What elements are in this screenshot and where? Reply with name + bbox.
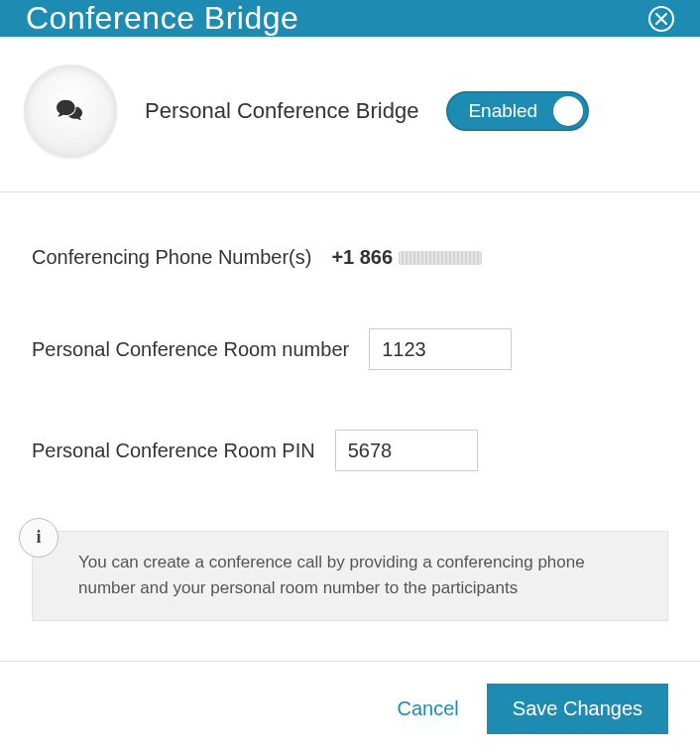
chat-bubbles-icon <box>56 98 85 124</box>
toggle-label: Enabled <box>468 100 537 122</box>
conference-bridge-dialog: Conference Bridge Personal Conference Br… <box>0 0 700 754</box>
dialog-title: Conference Bridge <box>26 0 298 37</box>
room-number-input[interactable] <box>369 328 512 370</box>
info-text: You can create a conference call by prov… <box>78 553 585 597</box>
dialog-footer: Cancel Save Changes <box>0 661 700 754</box>
phone-number-row: Conferencing Phone Number(s) +1 866 <box>32 246 668 269</box>
save-button[interactable]: Save Changes <box>487 684 668 734</box>
room-pin-row: Personal Conference Room PIN <box>32 430 668 471</box>
form-section: Conferencing Phone Number(s) +1 866 Pers… <box>0 192 700 661</box>
phone-number-value: +1 866 <box>331 246 482 269</box>
cancel-button[interactable]: Cancel <box>398 697 459 720</box>
phone-number-prefix: +1 866 <box>331 246 393 269</box>
phone-number-label: Conferencing Phone Number(s) <box>32 246 311 269</box>
room-pin-label: Personal Conference Room PIN <box>32 440 315 462</box>
feature-name: Personal Conference Bridge <box>145 98 418 124</box>
room-number-label: Personal Conference Room number <box>32 338 349 361</box>
close-icon <box>655 13 667 25</box>
dialog-header: Conference Bridge <box>0 0 700 37</box>
room-number-row: Personal Conference Room number <box>32 328 668 370</box>
toggle-knob <box>553 96 583 126</box>
close-button[interactable] <box>648 6 674 32</box>
phone-number-redacted <box>399 251 482 265</box>
feature-icon-circle <box>24 64 117 158</box>
info-box: i You can create a conference call by pr… <box>32 531 668 621</box>
feature-summary: Personal Conference Bridge Enabled <box>0 37 700 192</box>
enabled-toggle[interactable]: Enabled <box>446 91 589 131</box>
info-icon: i <box>19 518 58 558</box>
room-pin-input[interactable] <box>335 430 478 471</box>
